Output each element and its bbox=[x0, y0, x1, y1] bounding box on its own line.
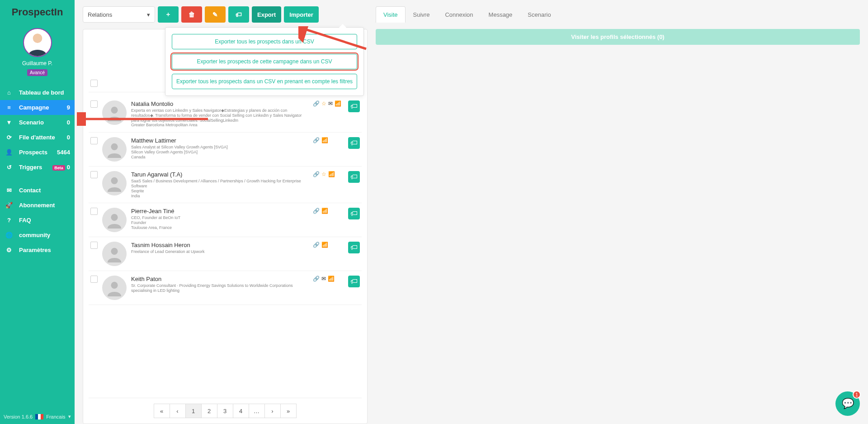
prospect-tag-button[interactable]: 🏷 bbox=[348, 137, 360, 149]
prospect-row[interactable]: Matthew LattimerSales Analyst at Silicon… bbox=[89, 133, 362, 167]
page-1[interactable]: 1 bbox=[185, 404, 202, 418]
version-label: Version 1.6.6 bbox=[4, 414, 33, 419]
link-icon: 🔗 bbox=[313, 171, 320, 177]
sidebar: ProspectIn Guillaume P. Avancé ⌂Tableau … bbox=[0, 0, 75, 424]
nav-primary: ⌂Tableau de bord≡Campagne9▼Scenario0⟳Fil… bbox=[0, 85, 75, 409]
relations-dropdown[interactable]: Relations ▾ bbox=[83, 6, 155, 23]
prospect-status-icons: 🔗☆✉📶 bbox=[313, 100, 344, 107]
language-label: Francais bbox=[46, 414, 65, 419]
export-button[interactable]: Export bbox=[252, 6, 281, 23]
prospects-list: Natalia MontolioExperta en ventas con Li… bbox=[89, 96, 362, 398]
page-3[interactable]: 3 bbox=[217, 404, 233, 418]
nav-count: 0 bbox=[67, 134, 70, 141]
nav-item-file-d'attente[interactable]: ⟳File d'attente0 bbox=[0, 130, 75, 145]
delete-button[interactable]: 🗑 bbox=[181, 6, 202, 23]
prospect-checkbox[interactable] bbox=[90, 100, 98, 108]
user-name: Guillaume P. bbox=[0, 60, 75, 67]
prospect-tag-button[interactable]: 🏷 bbox=[348, 100, 360, 112]
tag-button[interactable]: 🏷 bbox=[228, 6, 249, 23]
sidebar-footer[interactable]: Version 1.6.6 Francais ▾ bbox=[0, 409, 75, 424]
prospect-row[interactable]: Tarun Agarwal (T.A)SaaS Sales / Business… bbox=[89, 167, 362, 203]
tag-icon: 🏷 bbox=[350, 139, 358, 147]
prospect-checkbox[interactable] bbox=[90, 242, 98, 249]
nav-item-scenario[interactable]: ▼Scenario0 bbox=[0, 115, 75, 130]
svg-point-3 bbox=[111, 177, 118, 184]
nav-item-faq[interactable]: ?FAQ bbox=[0, 213, 75, 228]
export-all-csv[interactable]: Exporter tous les prospects dans un CSV bbox=[172, 34, 357, 49]
flag-icon bbox=[35, 414, 43, 419]
visit-selected-button[interactable]: Visiter les profils sélectionnés (0) bbox=[376, 29, 860, 45]
page-›[interactable]: › bbox=[264, 404, 281, 418]
prospect-checkbox[interactable] bbox=[90, 208, 98, 215]
user-avatar[interactable] bbox=[23, 28, 52, 57]
toolbar: Relations ▾ ＋ 🗑 ✎ 🏷 Export Importer Expo… bbox=[83, 6, 368, 23]
brand-logo: ProspectIn bbox=[0, 0, 75, 24]
nav-count: 9 bbox=[67, 104, 70, 111]
nav-item-campagne[interactable]: ≡Campagne9 bbox=[0, 100, 75, 115]
nav-item-prospects[interactable]: 👤Prospects5464 bbox=[0, 145, 75, 160]
globe-icon: 🌐 bbox=[5, 232, 14, 238]
tag-icon: 🏷 bbox=[350, 277, 358, 286]
prospect-status-icons: 🔗✉📶 bbox=[313, 276, 344, 282]
export-campaign-csv[interactable]: Exporter les prospects de cette campagne… bbox=[172, 54, 357, 69]
tab-connexion[interactable]: Connexion bbox=[437, 6, 481, 23]
nav-label: Tableau de bord bbox=[19, 89, 64, 96]
add-button[interactable]: ＋ bbox=[158, 6, 179, 23]
nav-label: community bbox=[19, 232, 50, 238]
page-‹[interactable]: ‹ bbox=[170, 404, 186, 418]
list-icon: ≡ bbox=[5, 104, 14, 111]
edit-button[interactable]: ✎ bbox=[205, 6, 226, 23]
nav-label: Triggers bbox=[19, 164, 42, 171]
prospect-description: SaaS Sales / Business Development / Alli… bbox=[131, 179, 308, 198]
select-all-checkbox[interactable] bbox=[90, 80, 98, 87]
prospect-checkbox[interactable] bbox=[90, 171, 98, 178]
rocket-icon: 🚀 bbox=[5, 202, 14, 209]
prospect-tag-button[interactable]: 🏷 bbox=[348, 208, 360, 219]
trash-icon: 🗑 bbox=[189, 11, 195, 18]
tab-visite[interactable]: Visite bbox=[376, 6, 406, 23]
nav-item-abonnement[interactable]: 🚀Abonnement bbox=[0, 198, 75, 213]
envelope-icon: ✉ bbox=[321, 276, 326, 282]
nav-item-community[interactable]: 🌐community bbox=[0, 228, 75, 243]
nav-label: Paramètres bbox=[19, 247, 51, 253]
prospect-row[interactable]: Tasnim Hossain HeronFreelance of Lead Ge… bbox=[89, 237, 362, 271]
prospect-name: Keith Paton bbox=[131, 276, 308, 282]
history-icon: ↺ bbox=[5, 164, 14, 171]
tab-suivre[interactable]: Suivre bbox=[406, 6, 438, 23]
pagination: «‹1234…›» bbox=[89, 398, 362, 424]
prospect-avatar bbox=[102, 242, 127, 266]
nav-item-tableau-de-bord[interactable]: ⌂Tableau de bord bbox=[0, 85, 75, 100]
nav-item-contact[interactable]: ✉Contact bbox=[0, 183, 75, 198]
page-…[interactable]: … bbox=[249, 404, 265, 418]
prospect-description: Sales Analyst at Silicon Valley Growth A… bbox=[131, 145, 308, 159]
tab-message[interactable]: Message bbox=[481, 6, 520, 23]
prospect-status-icons: 🔗📶 bbox=[313, 242, 344, 248]
nav-item-paramètres[interactable]: ⚙Paramètres bbox=[0, 243, 75, 257]
prospect-checkbox[interactable] bbox=[90, 276, 98, 283]
star-icon: ☆ bbox=[321, 100, 326, 107]
prospect-tag-button[interactable]: 🏷 bbox=[348, 171, 360, 183]
prospect-name: Pierre-Jean Tiné bbox=[131, 208, 308, 214]
chat-widget[interactable]: 💬 1 bbox=[835, 391, 860, 416]
rss-icon: 📶 bbox=[321, 208, 328, 214]
star-icon: ☆ bbox=[321, 171, 326, 177]
prospect-row[interactable]: Pierre-Jean TinéCEO, Founder at BeOn IoT… bbox=[89, 203, 362, 237]
prospect-row[interactable]: Natalia MontolioExperta en ventas con Li… bbox=[89, 96, 362, 133]
link-icon: 🔗 bbox=[313, 208, 320, 214]
nav-item-triggers[interactable]: ↺TriggersBeta0 bbox=[0, 160, 75, 175]
prospect-checkbox[interactable] bbox=[90, 137, 98, 144]
page-4[interactable]: 4 bbox=[233, 404, 249, 418]
user-icon: 👤 bbox=[5, 149, 14, 156]
prospect-description: Sr. Corporate Consultant · Providing Ene… bbox=[131, 283, 308, 293]
prospect-tag-button[interactable]: 🏷 bbox=[348, 242, 360, 253]
tab-scenario[interactable]: Scenario bbox=[520, 6, 558, 23]
import-button[interactable]: Importer bbox=[284, 6, 319, 23]
export-filtered-csv[interactable]: Exporter tous les prospects dans un CSV … bbox=[172, 74, 357, 89]
page-«[interactable]: « bbox=[154, 404, 170, 418]
page-2[interactable]: 2 bbox=[201, 404, 217, 418]
prospect-tag-button[interactable]: 🏷 bbox=[348, 276, 360, 287]
page-»[interactable]: » bbox=[280, 404, 297, 418]
prospect-row[interactable]: Keith PatonSr. Corporate Consultant · Pr… bbox=[89, 271, 362, 305]
chevron-down-icon: ▾ bbox=[68, 414, 71, 419]
svg-point-4 bbox=[111, 214, 118, 221]
